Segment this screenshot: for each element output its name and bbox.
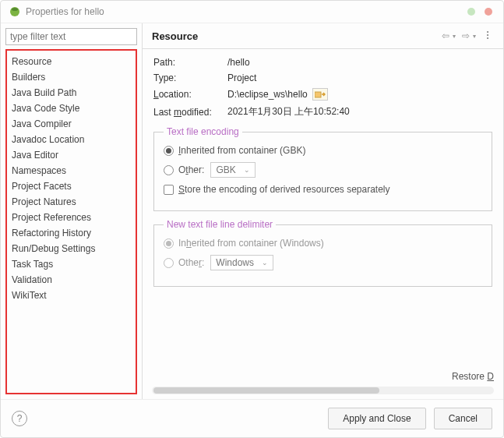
location-label: Location:	[153, 89, 227, 100]
tree-item-java-editor[interactable]: Java Editor	[9, 147, 134, 163]
tree-item-refactoring-history[interactable]: Refactoring History	[9, 225, 134, 241]
store-encoding-checkbox[interactable]	[164, 185, 174, 195]
chevron-down-icon: ⌄	[262, 259, 268, 267]
chevron-down-icon: ⌄	[244, 166, 250, 174]
delimiter-other-radio[interactable]	[164, 258, 174, 268]
window-title: Properties for hello	[26, 6, 467, 17]
show-in-explorer-button[interactable]	[312, 88, 328, 101]
tree-item-javadoc-location[interactable]: Javadoc Location	[9, 132, 134, 147]
titlebar: Properties for hello	[1, 1, 503, 23]
modified-label: Last modified:	[153, 107, 227, 118]
menu-icon[interactable]: ⠇	[485, 30, 494, 42]
encoding-inherited-label: Inherited from container (GBK)	[178, 145, 305, 156]
tree-item-builders[interactable]: Builders	[9, 69, 134, 85]
encoding-other-label: Other:	[178, 164, 204, 175]
tree-item-run-debug-settings[interactable]: Run/Debug Settings	[9, 241, 134, 256]
sidebar: ResourceBuildersJava Build PathJava Code…	[1, 23, 143, 399]
encoding-inherited-radio[interactable]	[164, 146, 174, 156]
filter-input[interactable]	[5, 28, 137, 45]
svg-point-1	[12, 8, 18, 11]
tree-item-task-tags[interactable]: Task Tags	[9, 256, 134, 272]
path-value: /hello	[227, 57, 250, 68]
type-label: Type:	[153, 72, 227, 83]
tree-item-java-compiler[interactable]: Java Compiler	[9, 116, 134, 132]
delimiter-legend: New text file line delimiter	[164, 219, 276, 230]
path-label: Path:	[153, 57, 227, 68]
back-icon[interactable]: ⇦	[441, 30, 450, 41]
horizontal-scrollbar[interactable]	[152, 387, 494, 394]
tree-item-wikitext[interactable]: WikiText	[9, 288, 134, 303]
encoding-select-value: GBK	[216, 164, 235, 175]
back-menu-icon[interactable]: ▾	[452, 33, 456, 40]
tree-item-validation[interactable]: Validation	[9, 272, 134, 288]
cancel-button[interactable]: Cancel	[434, 408, 492, 429]
app-icon	[9, 5, 21, 18]
location-value: D:\eclipse_ws\hello	[227, 89, 308, 100]
tree-item-project-natures[interactable]: Project Natures	[9, 194, 134, 210]
svg-rect-2	[315, 92, 321, 97]
type-value: Project	[227, 72, 256, 83]
encoding-legend: Text file encoding	[164, 126, 242, 137]
category-tree: ResourceBuildersJava Build PathJava Code…	[5, 49, 137, 394]
delimiter-inherited-label: Inherited from container (Windows)	[178, 238, 324, 249]
tree-item-resource[interactable]: Resource	[9, 54, 134, 69]
delimiter-inherited-radio[interactable]	[164, 238, 174, 249]
scrollbar-thumb[interactable]	[153, 387, 379, 394]
encoding-other-radio[interactable]	[164, 165, 174, 175]
tree-item-java-code-style[interactable]: Java Code Style	[9, 101, 134, 116]
modified-value: 2021年1月30日 上午10:52:40	[227, 105, 350, 118]
tree-item-namespaces[interactable]: Namespaces	[9, 163, 134, 178]
delimiter-select: Windows ⌄	[210, 255, 273, 270]
tree-item-project-references[interactable]: Project References	[9, 210, 134, 225]
apply-close-button[interactable]: Apply and Close	[328, 408, 425, 429]
restore-defaults-link[interactable]: Restore D	[452, 371, 494, 382]
forward-menu-icon[interactable]: ▾	[472, 33, 477, 40]
encoding-group: Text file encoding Inherited from contai…	[153, 126, 492, 211]
tree-item-project-facets[interactable]: Project Facets	[9, 178, 134, 194]
tree-item-java-build-path[interactable]: Java Build Path	[9, 85, 134, 101]
forward-icon[interactable]: ⇨	[461, 30, 471, 41]
encoding-select[interactable]: GBK ⌄	[210, 162, 255, 178]
page-heading: Resource	[152, 30, 441, 42]
close-dot[interactable]	[485, 8, 492, 16]
delimiter-select-value: Windows	[216, 257, 254, 268]
delimiter-group: New text file line delimiter Inherited f…	[153, 219, 492, 287]
help-button[interactable]: ?	[12, 411, 27, 426]
store-encoding-label: Store the encoding of derived resources …	[178, 184, 390, 195]
minimize-dot[interactable]	[467, 8, 475, 16]
delimiter-other-label: Other:	[178, 257, 204, 268]
